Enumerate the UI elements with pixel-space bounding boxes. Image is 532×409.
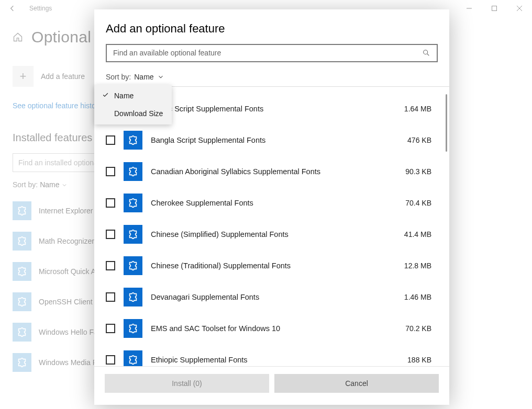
feature-size: 1.64 MB [396, 105, 443, 113]
sort-dropdown: Name Download Size [94, 85, 172, 124]
feature-icon [124, 131, 142, 150]
sort-value: Name [40, 180, 59, 189]
add-feature-dialog: Add an optional feature Find an availabl… [94, 9, 449, 405]
feature-size: 12.8 MB [396, 262, 443, 270]
arrow-left-icon [8, 4, 17, 13]
installed-item-label: Internet Explorer 11 [39, 207, 103, 215]
feature-name: Chinese (Traditional) Supplemental Fonts [151, 262, 387, 270]
sort-value: Name [134, 73, 153, 81]
available-feature-list[interactable]: Arabic Script Supplemental Fonts 1.64 MB… [94, 87, 449, 366]
chevron-down-icon [61, 182, 68, 188]
feature-name: Ethiopic Supplemental Fonts [151, 356, 387, 364]
feature-icon [13, 353, 31, 372]
feature-icon [124, 256, 142, 275]
feature-icon [124, 194, 142, 212]
feature-name: Cherokee Supplemental Fonts [151, 199, 387, 207]
home-icon[interactable] [13, 32, 23, 42]
feature-checkbox[interactable] [106, 167, 115, 176]
feature-row[interactable]: Chinese (Simplified) Supplemental Fonts … [106, 219, 443, 250]
close-button[interactable] [507, 0, 532, 17]
feature-row[interactable]: Cherokee Supplemental Fonts 70.4 KB [106, 187, 443, 219]
maximize-button[interactable] [482, 0, 507, 17]
sort-option-name[interactable]: Name [94, 87, 172, 105]
feature-row[interactable]: Ethiopic Supplemental Fonts 188 KB [106, 344, 443, 366]
add-feature-label: Add a feature [41, 72, 85, 81]
feature-icon [124, 350, 142, 366]
feature-icon [124, 162, 142, 181]
svg-rect-3 [492, 6, 497, 11]
feature-checkbox[interactable] [106, 261, 115, 270]
cancel-button[interactable]: Cancel [274, 374, 439, 393]
feature-icon [13, 292, 31, 311]
sort-option-label: Download Size [114, 109, 163, 118]
check-icon [102, 92, 109, 100]
feature-icon [124, 225, 142, 244]
feature-icon [13, 201, 31, 220]
sort-option-download-size[interactable]: Download Size [94, 105, 172, 122]
feature-checkbox[interactable] [106, 198, 115, 208]
close-icon [516, 5, 523, 12]
feature-name: Chinese (Simplified) Supplemental Fonts [151, 230, 387, 238]
feature-size: 188 KB [396, 356, 443, 364]
feature-name: EMS and SAC Toolset for Windows 10 [151, 324, 387, 333]
sort-label: Sort by: [106, 73, 131, 81]
feature-size: 90.3 KB [396, 167, 443, 176]
feature-size: 70.4 KB [396, 199, 443, 207]
feature-checkbox[interactable] [106, 324, 115, 333]
feature-row[interactable]: Canadian Aboriginal Syllabics Supplement… [106, 156, 443, 187]
feature-row[interactable]: Bangla Script Supplemental Fonts 476 KB [106, 124, 443, 156]
dialog-title: Add an optional feature [94, 9, 449, 42]
feature-icon [13, 262, 31, 281]
plus-icon: + [13, 66, 34, 87]
feature-row[interactable]: Devanagari Supplemental Fonts 1.46 MB [106, 281, 443, 313]
feature-name: Bangla Script Supplemental Fonts [151, 136, 387, 144]
feature-name: Devanagari Supplemental Fonts [151, 293, 387, 301]
feature-name: Arabic Script Supplemental Fonts [151, 105, 387, 113]
feature-size: 476 KB [396, 136, 443, 144]
available-search-input[interactable]: Find an available optional feature [106, 44, 438, 62]
feature-row[interactable]: Chinese (Traditional) Supplemental Fonts… [106, 250, 443, 281]
feature-checkbox[interactable] [106, 135, 115, 145]
available-search-placeholder: Find an available optional feature [113, 49, 422, 57]
feature-checkbox[interactable] [106, 355, 115, 365]
install-button[interactable]: Install (0) [105, 374, 269, 393]
feature-icon [13, 232, 31, 251]
feature-size: 41.4 MB [396, 230, 443, 238]
feature-icon [124, 288, 142, 306]
feature-name: Canadian Aboriginal Syllabics Supplement… [151, 167, 387, 176]
search-icon [422, 49, 430, 57]
available-sort-button[interactable]: Sort by: Name [106, 73, 438, 81]
scrollbar-thumb[interactable] [446, 94, 447, 152]
feature-size: 1.46 MB [396, 293, 443, 301]
sort-option-label: Name [114, 92, 134, 100]
window-title: Settings [29, 5, 52, 12]
sort-label: Sort by: [13, 180, 38, 189]
installed-item-label: Math Recognizer [39, 237, 94, 245]
feature-checkbox[interactable] [106, 230, 115, 239]
chevron-down-icon [157, 73, 164, 81]
maximize-icon [491, 5, 497, 12]
back-button[interactable] [0, 0, 25, 17]
feature-row[interactable]: EMS and SAC Toolset for Windows 10 70.2 … [106, 313, 443, 344]
minimize-icon [466, 5, 472, 12]
minimize-button[interactable] [457, 0, 482, 17]
installed-item-label: OpenSSH Client [39, 298, 93, 306]
feature-size: 70.2 KB [396, 324, 443, 333]
feature-checkbox[interactable] [106, 292, 115, 302]
feature-icon [13, 323, 31, 342]
feature-icon [124, 319, 142, 338]
